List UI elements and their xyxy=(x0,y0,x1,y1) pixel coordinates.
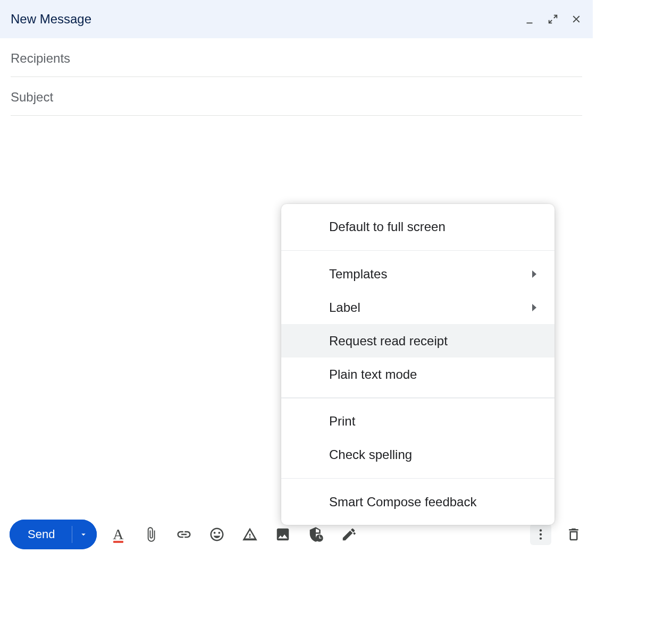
insert-signature-icon[interactable] xyxy=(339,525,358,544)
menu-item-label: Print xyxy=(329,414,355,429)
send-button[interactable]: Send xyxy=(10,520,72,549)
menu-item-label: Plain text mode xyxy=(329,367,417,382)
menu-divider xyxy=(281,397,555,398)
formatting-icon[interactable]: A xyxy=(108,525,128,544)
compose-header: New Message xyxy=(0,0,593,38)
menu-item-smart-compose-feedback[interactable]: Smart Compose feedback xyxy=(281,485,555,518)
send-button-group: Send xyxy=(10,520,97,549)
menu-item-print[interactable]: Print xyxy=(281,405,555,438)
menu-item-label: Templates xyxy=(329,267,387,282)
menu-item-templates[interactable]: Templates xyxy=(281,257,555,291)
menu-item-check-spelling[interactable]: Check spelling xyxy=(281,438,555,472)
header-actions xyxy=(524,13,582,25)
submenu-arrow-icon xyxy=(532,270,536,278)
insert-drive-icon[interactable] xyxy=(240,525,259,544)
menu-divider xyxy=(281,478,555,479)
close-icon[interactable] xyxy=(570,13,582,25)
fullscreen-icon[interactable] xyxy=(547,13,559,25)
insert-emoji-icon[interactable] xyxy=(207,525,226,544)
recipients-input[interactable] xyxy=(11,51,582,66)
menu-item-label: Check spelling xyxy=(329,447,412,462)
menu-item-plain-text-mode[interactable]: Plain text mode xyxy=(281,358,555,391)
menu-item-label[interactable]: Label xyxy=(281,291,555,324)
menu-item-label: Label xyxy=(329,300,360,315)
minimize-icon[interactable] xyxy=(524,13,535,25)
subject-input[interactable] xyxy=(11,90,582,105)
insert-link-icon[interactable] xyxy=(174,525,194,544)
footer-right xyxy=(530,524,583,545)
insert-photo-icon[interactable] xyxy=(273,525,292,544)
compose-window: New Message Send xyxy=(0,0,593,557)
menu-item-label: Request read receipt xyxy=(329,334,448,348)
discard-draft-button[interactable] xyxy=(564,525,583,544)
menu-item-request-read-receipt[interactable]: Request read receipt xyxy=(281,324,555,358)
attach-file-icon[interactable] xyxy=(141,525,161,544)
recipients-row[interactable] xyxy=(11,38,582,77)
more-options-button[interactable] xyxy=(530,524,551,545)
confidential-mode-icon[interactable] xyxy=(306,525,325,544)
menu-item-label: Default to full screen xyxy=(329,219,446,234)
menu-item-default-to-full-screen[interactable]: Default to full screen xyxy=(281,210,555,244)
submenu-arrow-icon xyxy=(532,304,536,311)
compose-title: New Message xyxy=(11,12,91,27)
compose-toolbar: A xyxy=(108,525,358,544)
subject-row[interactable] xyxy=(11,77,582,116)
compose-fields xyxy=(0,38,593,116)
menu-divider xyxy=(281,250,555,251)
svg-point-1 xyxy=(540,533,542,536)
svg-point-2 xyxy=(540,537,542,539)
send-options-dropdown[interactable] xyxy=(72,520,97,549)
svg-point-0 xyxy=(540,529,542,531)
more-options-menu: Default to full screenTemplatesLabelRequ… xyxy=(281,204,555,525)
menu-item-label: Smart Compose feedback xyxy=(329,495,476,509)
